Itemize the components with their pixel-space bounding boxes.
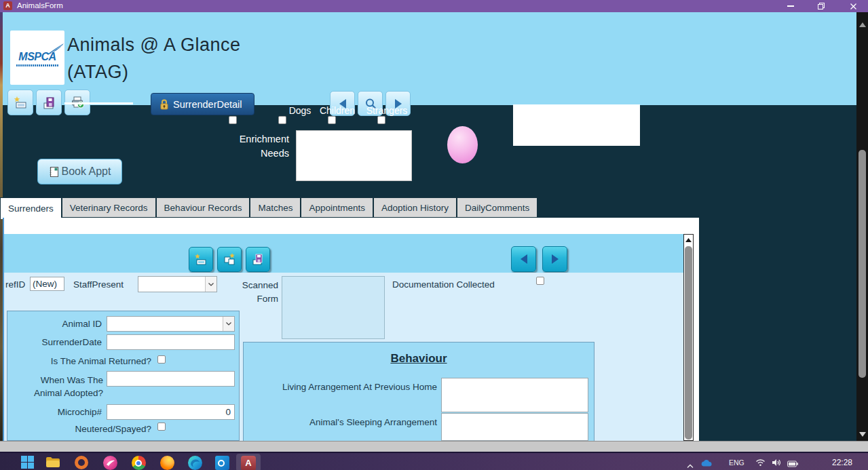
battery-icon[interactable]	[787, 458, 799, 470]
chevron-up-icon	[687, 464, 694, 469]
surrender-date-input[interactable]	[107, 334, 235, 350]
tray-expand-button[interactable]	[687, 459, 694, 470]
scroll-down-icon	[859, 432, 866, 437]
subform-previous-record-button[interactable]	[511, 246, 536, 272]
neutered-label: Neutered/Spayed?	[19, 424, 151, 434]
book-appt-icon	[49, 166, 59, 178]
tab-dailycomments[interactable]: DailyComments	[457, 197, 537, 218]
start-button[interactable]	[19, 456, 35, 470]
staff-present-combo[interactable]	[138, 276, 217, 292]
children-checkbox[interactable]	[328, 116, 336, 124]
scroll-up-icon	[685, 238, 692, 242]
living-arrangement-label: Living Arrangement At Previous Home	[242, 382, 437, 392]
ring-app-icon[interactable]	[73, 456, 90, 470]
next-record-icon	[552, 254, 559, 264]
tab-veterinary-records[interactable]: Veterinary Records	[62, 197, 156, 218]
subform-save-record-button[interactable]	[246, 247, 270, 272]
refid-label: refID	[5, 279, 25, 290]
access-taskbar-button[interactable]: A	[236, 454, 261, 470]
app-title-line2: (ATAG)	[67, 58, 352, 85]
subform-scrollbar-thumb[interactable]	[685, 246, 692, 439]
chrome-icon[interactable]	[130, 456, 147, 470]
window-title: AnimalsForm	[17, 1, 63, 9]
pink-oval-indicator	[447, 126, 478, 163]
microchip-label: Microchip#	[27, 407, 102, 417]
dogs-checkbox[interactable]	[278, 116, 286, 124]
tab-surrenders[interactable]: Surrenders	[0, 197, 62, 219]
app-title: Animals @ A Glance (ATAG)	[67, 31, 352, 85]
behaviour-title: Behaviour	[243, 352, 595, 366]
documentation-collected-label: Documentation Collected	[392, 279, 495, 290]
subform-scroll-up-button[interactable]	[684, 235, 693, 246]
refid-value: (New)	[30, 277, 64, 291]
onedrive-icon[interactable]	[700, 457, 712, 469]
close-icon	[850, 3, 856, 9]
minimize-button[interactable]	[779, 0, 802, 12]
restore-icon	[818, 3, 825, 9]
tab-behaviour-records[interactable]: Behaviour Records	[156, 197, 250, 218]
taskbar: A ENG	[0, 453, 868, 470]
outlook-icon[interactable]	[214, 456, 230, 470]
chevron-down-icon[interactable]	[205, 277, 216, 292]
animal-id-combo[interactable]	[107, 316, 235, 332]
main-scroll-up-button[interactable]	[859, 18, 866, 30]
tab-adoption-history[interactable]: Adoption History	[373, 197, 457, 218]
subform-new-record-button[interactable]	[189, 247, 213, 272]
mspca-logo: MSPCA	[10, 31, 64, 85]
documentation-collected-checkbox[interactable]	[536, 277, 544, 285]
form-header: MSPCA Animals @ A Glance (ATAG)	[3, 12, 856, 105]
clock[interactable]: 22:28	[832, 458, 852, 467]
horizontal-scrollbar-strip[interactable]	[0, 441, 868, 452]
scanned-form-box[interactable]	[282, 276, 385, 339]
restore-button[interactable]	[810, 0, 833, 12]
start-icon	[21, 456, 34, 469]
file-explorer-icon[interactable]	[45, 456, 61, 470]
staff-present-label: StaffPresent	[73, 279, 124, 290]
access-icon: A	[241, 456, 256, 470]
edge-icon[interactable]	[187, 456, 203, 470]
book-appt-button[interactable]: Book Appt	[37, 159, 122, 184]
neutered-checkbox[interactable]	[157, 423, 166, 431]
scroll-up-icon	[859, 22, 866, 27]
sleeping-arrangement-input[interactable]	[441, 413, 588, 441]
folder-icon	[45, 456, 60, 469]
close-button[interactable]	[842, 0, 865, 12]
unlabeled-checkbox[interactable]	[229, 116, 237, 124]
logo-feather-icon	[47, 43, 64, 55]
subform-next-record-button[interactable]	[542, 246, 567, 272]
animal-id-label: Animal ID	[27, 319, 102, 329]
strangers-label: Strangers	[362, 105, 412, 116]
field-underline	[64, 102, 133, 104]
when-adopted-label: When Was The Animal Adopted?	[15, 374, 103, 399]
firefox-icon[interactable]	[159, 456, 175, 470]
access-window: A AnimalsForm MSPCA	[0, 0, 868, 470]
living-arrangement-input[interactable]	[441, 378, 588, 412]
wifi-icon[interactable]	[755, 457, 766, 469]
surrenders-form-header: Surrenders Form	[4, 234, 683, 273]
logo-tagline	[16, 64, 59, 66]
access-app-icon: A	[3, 1, 12, 10]
main-scrollbar-thumb[interactable]	[858, 150, 866, 378]
tab-matches[interactable]: Matches	[250, 197, 301, 218]
is-returned-checkbox[interactable]	[157, 355, 166, 364]
enrichment-needs-label: Enrichment Needs	[231, 132, 289, 161]
subform-copy-record-button[interactable]	[217, 247, 242, 272]
volume-icon[interactable]	[772, 457, 781, 469]
microchip-input[interactable]: 0	[107, 404, 235, 420]
record-tabs: Surrenders Veterinary Records Behaviour …	[0, 197, 537, 219]
is-returned-label: Is The Animal Returned?	[19, 356, 151, 366]
language-indicator[interactable]: ENG	[729, 458, 744, 467]
minimize-icon	[787, 5, 794, 7]
notes-box[interactable]	[513, 104, 640, 146]
thunderbird-icon[interactable]	[102, 456, 118, 470]
enrichment-needs-input[interactable]	[296, 130, 412, 181]
tab-appointments[interactable]: Appointments	[301, 197, 373, 218]
new-record-icon	[194, 254, 208, 266]
chevron-down-icon[interactable]	[223, 317, 234, 331]
when-adopted-input[interactable]	[107, 371, 235, 387]
surrender-date-label: SurrenderDate	[20, 337, 102, 347]
strangers-checkbox[interactable]	[377, 116, 385, 124]
main-scroll-down-button[interactable]	[859, 427, 866, 439]
book-appt-label: Book Appt	[62, 165, 111, 178]
sleeping-arrangement-label: Animal's Sleeping Arrangement	[248, 417, 437, 427]
